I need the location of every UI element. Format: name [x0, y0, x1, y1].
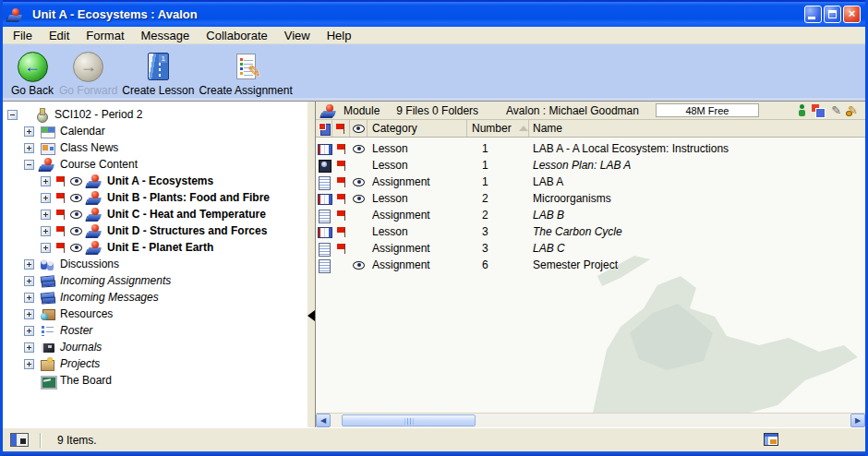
flag-icon	[56, 193, 66, 203]
permissions-pencil-icon[interactable]: ✎	[848, 103, 858, 117]
tree-item-label: Incoming Assignments	[59, 274, 171, 287]
table-row[interactable]: Lesson 3 The Carbon Cycle	[316, 223, 865, 240]
category-cell: Assignment	[368, 258, 467, 271]
expand-toggle[interactable]	[24, 293, 34, 303]
edit-pencil-icon[interactable]: ✎	[831, 103, 841, 117]
menu-edit[interactable]: Edit	[41, 27, 78, 43]
item-type-column[interactable]	[316, 120, 332, 137]
tree-item-discussions[interactable]: Discussions	[3, 256, 307, 272]
table-row[interactable]: Lesson 1 LAB A - A Local Ecosystem: Inst…	[316, 140, 865, 157]
category-cell: Lesson	[368, 192, 467, 205]
name-cell: LAB C	[529, 242, 865, 255]
lesson-book-icon	[148, 53, 169, 80]
expand-toggle[interactable]	[41, 226, 51, 236]
expand-toggle[interactable]	[24, 359, 34, 369]
panel-splitter[interactable]	[307, 102, 316, 427]
expand-toggle[interactable]	[24, 342, 34, 353]
expand-toggle[interactable]	[41, 243, 51, 253]
go-back-button[interactable]: ← Go Back	[10, 49, 54, 97]
unit-icon	[87, 223, 102, 238]
tree-item-unit-d[interactable]: Unit D - Structures and Forces	[3, 222, 307, 239]
maximize-button[interactable]	[824, 6, 841, 23]
flag-icon	[337, 194, 346, 204]
expand-toggle[interactable]	[24, 309, 34, 319]
board-icon	[40, 373, 54, 388]
expand-toggle[interactable]	[41, 210, 51, 220]
tree-item-projects[interactable]: Projects	[3, 355, 307, 372]
split-view-icon[interactable]	[764, 433, 778, 446]
tree-item-the-board[interactable]: The Board	[3, 372, 307, 389]
menu-help[interactable]: Help	[319, 27, 360, 43]
tree-item-roster[interactable]: Roster	[3, 322, 307, 339]
go-forward-button[interactable]: → Go Forward	[59, 49, 117, 97]
menu-view[interactable]: View	[276, 27, 319, 43]
expand-toggle[interactable]	[24, 143, 34, 153]
lesson-book-icon	[318, 193, 331, 205]
expand-toggle[interactable]	[24, 126, 34, 137]
menu-message[interactable]: Message	[133, 27, 199, 43]
scroll-left-arrow[interactable]: ◀	[316, 414, 331, 427]
expand-toggle[interactable]	[24, 259, 34, 270]
table-row[interactable]: Assignment 2 LAB B	[316, 207, 865, 223]
course-tree-panel: SCI102 - Period 2 Calendar Class News Co…	[3, 102, 307, 427]
collapse-toggle[interactable]	[24, 160, 34, 170]
tree-item-class-news[interactable]: Class News	[3, 139, 307, 156]
table-row[interactable]: Lesson 1 Lesson Plan: LAB A	[316, 157, 865, 174]
number-column-header[interactable]: Number	[467, 120, 529, 137]
window-list-icon[interactable]	[10, 433, 29, 447]
tree-item-calendar[interactable]: Calendar	[3, 123, 307, 139]
menu-format[interactable]: Format	[78, 27, 132, 43]
eye-icon	[353, 145, 365, 153]
name-cell: Lesson Plan: LAB A	[529, 159, 865, 172]
eye-icon	[353, 261, 365, 270]
tree-item-incoming-messages[interactable]: Incoming Messages	[3, 289, 307, 306]
eye-icon	[70, 194, 82, 202]
flag-icon	[56, 243, 66, 253]
category-column-header[interactable]: Category	[368, 120, 467, 137]
create-lesson-button[interactable]: Create Lesson	[122, 49, 194, 97]
table-row[interactable]: Assignment 3 LAB C	[316, 240, 865, 257]
name-cell: Semester Project	[529, 258, 865, 271]
tree-item-incoming-assignments[interactable]: Incoming Assignments	[3, 272, 307, 289]
create-assignment-button[interactable]: ✎ Create Assignment	[199, 49, 292, 97]
collapse-panel-arrow-icon[interactable]	[307, 310, 315, 321]
course-content-icon	[40, 157, 54, 172]
close-button[interactable]: ×	[843, 6, 861, 23]
minimize-button[interactable]	[804, 6, 822, 23]
table-row[interactable]: Assignment 1 LAB A	[316, 174, 865, 190]
eye-column[interactable]	[350, 120, 368, 137]
name-column-header[interactable]: Name	[529, 120, 865, 137]
table-row[interactable]: Lesson 2 Microorganisms	[316, 190, 865, 207]
tree-item-label: Calendar	[59, 125, 105, 138]
scrollbar-thumb[interactable]	[342, 414, 476, 426]
unit-icon	[87, 207, 102, 222]
resources-icon	[40, 306, 54, 321]
expand-toggle[interactable]	[24, 326, 34, 336]
tree-item-unit-b[interactable]: Unit B - Plants: Food and Fibre	[3, 189, 307, 206]
menu-file[interactable]: File	[5, 27, 41, 43]
windows-icon[interactable]	[812, 104, 825, 116]
tree-item-course-content[interactable]: Course Content	[3, 156, 307, 173]
tree-item-sci102[interactable]: SCI102 - Period 2	[3, 106, 307, 123]
tree-item-resources[interactable]: Resources	[3, 306, 307, 322]
scroll-right-arrow[interactable]: ▶	[850, 414, 865, 427]
titlebar[interactable]: Unit A - Ecosystems : Avalon ×	[3, 0, 865, 27]
expand-toggle[interactable]	[24, 276, 34, 286]
connected-user-icon[interactable]	[799, 104, 805, 116]
expand-toggle[interactable]	[41, 193, 51, 203]
tree-item-unit-a[interactable]: Unit A - Ecosystems	[3, 173, 307, 189]
tree-item-unit-c[interactable]: Unit C - Heat and Temperature	[3, 206, 307, 222]
name-cell: The Carbon Cycle	[529, 225, 865, 238]
number-cell: 3	[467, 225, 529, 238]
menu-collaborate[interactable]: Collaborate	[198, 27, 276, 43]
tree-item-journals[interactable]: Journals	[3, 339, 307, 355]
eye-icon	[70, 210, 82, 219]
flag-column[interactable]	[332, 120, 350, 137]
tree-item-unit-e[interactable]: Unit E - Planet Earth	[3, 239, 307, 256]
toolbar: ← Go Back → Go Forward Create Lesson ✎ C…	[3, 44, 865, 102]
expand-toggle[interactable]	[41, 176, 51, 186]
table-row[interactable]: Assignment 6 Semester Project	[316, 257, 865, 273]
category-cell: Lesson	[368, 159, 467, 172]
collapse-toggle[interactable]	[7, 110, 18, 120]
horizontal-scrollbar[interactable]: ◀ ▶	[316, 413, 865, 427]
